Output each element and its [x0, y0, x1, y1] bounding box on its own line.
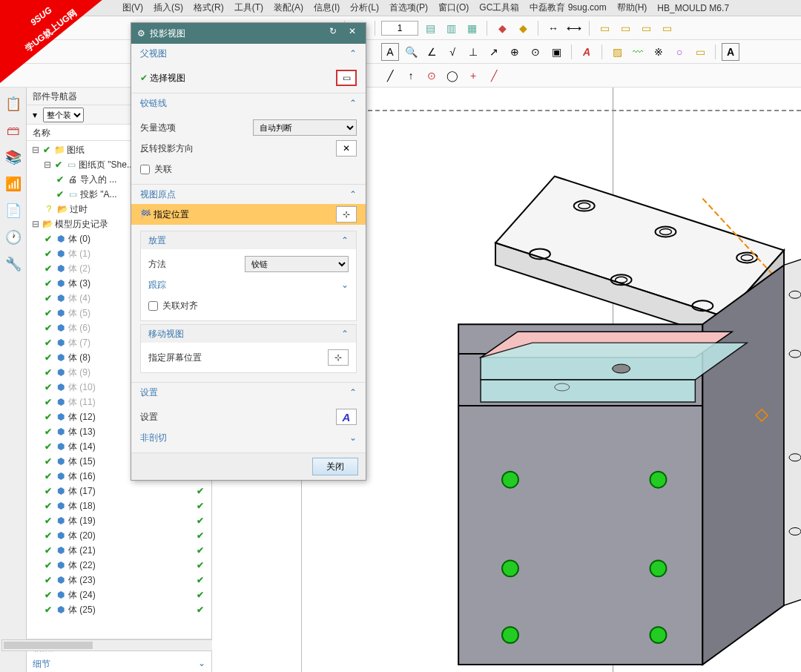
menu-view[interactable]: 图(V): [122, 1, 143, 14]
menu-bar: 图(V) 插入(S) 格式(R) 工具(T) 装配(A) 信息(I) 分析(L)…: [0, 0, 801, 16]
target-icon[interactable]: ⊕: [506, 43, 524, 61]
vector-option-select[interactable]: 自动判断: [253, 119, 357, 136]
surf-icon[interactable]: √: [444, 43, 461, 61]
snap2-icon[interactable]: ↑: [402, 67, 420, 85]
sidebar-clock-icon[interactable]: 🕐: [3, 227, 24, 248]
menu-edu[interactable]: 中磊教育 9sug.com: [530, 1, 606, 14]
filter-icon[interactable]: ▾: [33, 110, 37, 120]
menu-format[interactable]: 格式(R): [194, 1, 224, 14]
svg-point-29: [502, 627, 518, 643]
chevron-down-icon: ⌄: [341, 280, 349, 290]
circle-icon[interactable]: ○: [670, 43, 688, 61]
non-section-label[interactable]: 非剖切: [140, 432, 167, 444]
tree-item[interactable]: ✔⬢体 (18)✔: [28, 498, 210, 513]
associate-checkbox[interactable]: [140, 165, 150, 174]
save-icon[interactable]: 💾: [30, 19, 47, 37]
section-hinge-line[interactable]: 铰链线⌃: [131, 93, 366, 113]
menu-analysis[interactable]: 分析(L): [350, 1, 379, 14]
text-a-icon[interactable]: A: [381, 43, 399, 61]
tree-item[interactable]: ✔⬢体 (17)✔: [28, 484, 210, 498]
chevron-up-icon: ⌃: [349, 48, 357, 59]
dim3-icon[interactable]: ⊥: [464, 43, 482, 61]
snap3-icon[interactable]: ⊙: [423, 67, 441, 85]
subsection-placement[interactable]: 放置⌃: [141, 231, 356, 249]
dim2-icon[interactable]: ⟷: [565, 19, 583, 37]
close-x-icon[interactable]: ✕: [345, 26, 360, 41]
menu-window[interactable]: 窗口(O): [438, 1, 469, 14]
hatch-icon[interactable]: ▨: [608, 43, 626, 61]
view3-icon[interactable]: ▭: [637, 19, 655, 37]
menu-assembly[interactable]: 装配(A): [274, 1, 303, 14]
sidebar-db-icon[interactable]: 🗃: [3, 120, 24, 141]
sidebar-wifi-icon[interactable]: 📶: [3, 174, 24, 194]
layers3-icon[interactable]: ▦: [463, 19, 481, 37]
snap4-icon[interactable]: ◯: [444, 67, 461, 85]
tool-a-icon[interactable]: ◆: [493, 19, 511, 37]
tool-b-icon[interactable]: ◆: [514, 19, 532, 37]
datum-icon[interactable]: ▣: [547, 43, 565, 61]
balloon-icon[interactable]: ⊙: [527, 43, 544, 61]
view2-icon[interactable]: ▭: [616, 19, 634, 37]
close-button[interactable]: 关闭: [312, 458, 358, 475]
method-label: 方法: [148, 258, 166, 271]
tree-item[interactable]: ✔⬢体 (22)✔: [28, 558, 210, 573]
gear-icon: ⚙: [137, 28, 145, 39]
menu-help[interactable]: 帮助(H): [617, 1, 647, 14]
sidebar-nav-icon[interactable]: 📋: [3, 93, 24, 114]
layers2-icon[interactable]: ▥: [442, 19, 460, 37]
text-box-icon[interactable]: A: [722, 43, 739, 61]
menu-gctools[interactable]: GC工具箱: [479, 1, 519, 14]
toolbar-row-1: 💾 🔍 ⛶ ▤ ▥ ▦ ◆ ◆ ↔ ⟷ ▭ ▭ ▭ ▭: [0, 16, 801, 40]
select-view-button[interactable]: ▭: [336, 70, 357, 86]
subsection-move-view[interactable]: 移动视图⌃: [141, 325, 356, 343]
tree-item[interactable]: ✔⬢体 (21)✔: [28, 543, 210, 558]
snap6-icon[interactable]: ╱: [485, 67, 503, 85]
search-icon[interactable]: 🔍: [402, 43, 420, 61]
left-sidebar: 📋 🗃 📚 📶 📄 🕐 🔧: [0, 88, 27, 672]
tree-item[interactable]: ✔⬢体 (23)✔: [28, 573, 210, 587]
svg-marker-33: [784, 257, 801, 605]
tree-item[interactable]: ✔⬢体 (25)✔: [28, 602, 210, 617]
sheet-icon[interactable]: ▭: [691, 43, 709, 61]
sidebar-wrench-icon[interactable]: 🔧: [3, 254, 24, 274]
section-parent-view[interactable]: 父视图⌃: [131, 44, 366, 63]
tree-item[interactable]: ✔⬢体 (19)✔: [28, 513, 210, 528]
svg-point-25: [613, 364, 630, 373]
curve-icon[interactable]: 〰: [629, 43, 647, 61]
chevron-down-icon: ⌄: [198, 658, 205, 670]
snap1-icon[interactable]: ╱: [381, 67, 399, 85]
view4-icon[interactable]: ▭: [658, 19, 676, 37]
menu-tools[interactable]: 工具(T): [234, 1, 263, 14]
menu-info[interactable]: 信息(I): [314, 1, 340, 14]
tracking-label[interactable]: 跟踪: [148, 279, 166, 291]
scale-input[interactable]: [381, 21, 418, 36]
font-icon[interactable]: A: [578, 43, 596, 61]
reverse-dir-button[interactable]: ✕: [336, 140, 357, 157]
svg-point-32: [650, 627, 667, 643]
menu-hbmould[interactable]: HB_MOULD M6.7: [657, 3, 729, 13]
refresh-icon[interactable]: ↻: [326, 26, 340, 41]
menu-prefs[interactable]: 首选项(P): [389, 1, 428, 14]
screen-pos-button[interactable]: ⊹: [328, 349, 349, 366]
filter-select[interactable]: 整个装: [43, 108, 84, 122]
angle-icon[interactable]: ∠: [423, 43, 441, 61]
snap5-icon[interactable]: +: [464, 67, 482, 85]
tree-item[interactable]: ✔⬢体 (24)✔: [28, 587, 210, 602]
view1-icon[interactable]: ▭: [596, 19, 613, 37]
section-settings[interactable]: 设置⌃: [131, 383, 366, 402]
tree-item[interactable]: ✔⬢体 (20)✔: [28, 528, 210, 543]
nav-detail[interactable]: 细节⌄: [27, 656, 211, 672]
section-view-origin[interactable]: 视图原点⌃: [131, 185, 366, 204]
assoc-align-checkbox[interactable]: [148, 301, 158, 311]
sidebar-books-icon[interactable]: 📚: [3, 147, 24, 168]
menu-insert[interactable]: 插入(S): [154, 1, 183, 14]
sidebar-doc-icon[interactable]: 📄: [3, 200, 24, 221]
specify-pos-button[interactable]: ⊹: [336, 206, 357, 223]
sym-icon[interactable]: ※: [650, 43, 668, 61]
settings-button[interactable]: A: [336, 409, 357, 425]
nav-col-name[interactable]: 名称: [33, 127, 50, 138]
weld-icon[interactable]: ↗: [485, 43, 503, 61]
method-select[interactable]: 铰链: [245, 256, 349, 272]
dim-icon[interactable]: ↔: [544, 19, 562, 37]
layers-icon[interactable]: ▤: [421, 19, 439, 37]
